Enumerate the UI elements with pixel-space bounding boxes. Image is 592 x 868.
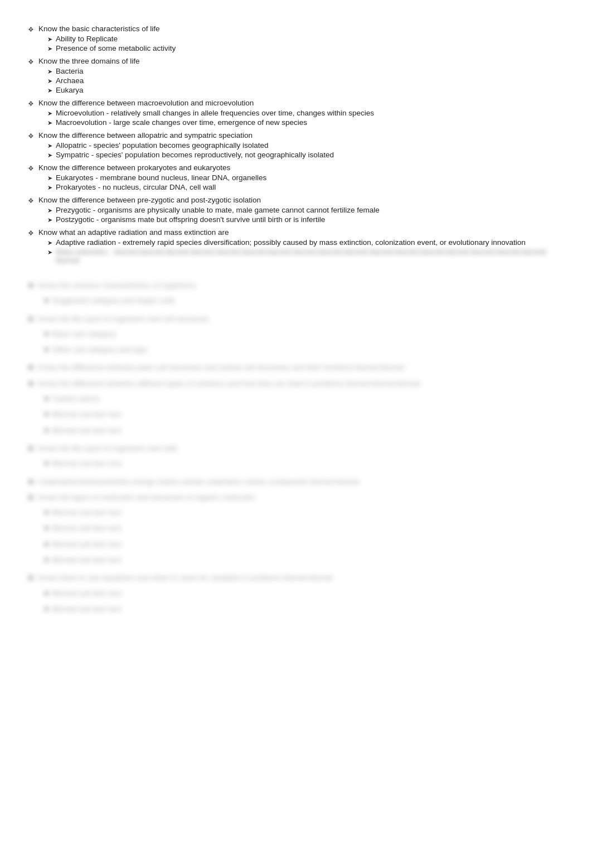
arrow-icon: ➤ [44,344,49,355]
blurred-sub-label: Blurred sub item text [52,602,122,616]
sub-item-label: Prezygotic - organisms are physically un… [56,206,380,214]
arrow-icon: ➤ [44,523,49,534]
list-item-label: Know the difference between prokaryotes … [38,163,230,172]
blurred-sub-item: ➤Blurred sub item text [44,602,570,616]
blurred-item-label: Know the types of molecules and structur… [38,493,255,501]
blurred-sub-label: Blurred sub item text [52,506,122,519]
blurred-sub-label: Suggested category and shape code [52,294,175,307]
diamond-icon: ❖ [28,314,34,326]
blurred-item-label: Understand photosynthesis energy chains … [38,478,359,486]
blurred-sub-label: Blurred sub item text [52,408,122,421]
sub-item-label: Ability to Replicate [56,35,118,43]
list-item: ❖Know the difference between prokaryotes… [28,163,570,192]
blurred-sub-label: Blurred sub item one [52,457,122,470]
blurred-sub-label: Other sub category and type [52,343,147,356]
diamond-icon: ❖ [28,443,34,455]
sub-list-item: ➤Sympatric - species' population becomes… [47,151,570,159]
blurred-sub-item: ➤Blurred sub item text [44,522,570,535]
diamond-icon: ❖ [28,476,34,489]
arrow-icon: ➤ [47,175,52,182]
blurred-list-item: ❖Know when to use equations and when to … [28,571,570,618]
sub-list-item: ➤Archaea [47,76,570,85]
blurred-sub-label: Blurred sub item text [52,587,122,600]
list-item-label: Know the difference between allopatric a… [38,131,253,139]
blurred-list-item: ❖Know the difference between plant cell … [28,361,570,374]
blurred-item-label: Know the common characteristics of organ… [38,281,196,290]
sub-item-label: Eukaryotes - membrane bound nucleus, lin… [56,173,266,182]
arrow-icon: ➤ [47,184,52,191]
blurred-sub-item: ➤Blurred sub item one [44,457,570,470]
sub-list-item: ➤Microevolution - relatively small chang… [47,109,570,117]
arrow-icon: ➤ [47,216,52,224]
arrow-icon: ➤ [44,539,49,550]
blurred-item-label: Know when to use equations and when to s… [38,573,333,582]
blurred-item-label: Know the difference between different ty… [38,379,420,388]
blurred-sub-label: Blurred sub item text [52,424,122,437]
blurred-sub-item: ➤Suggested category and shape code [44,294,570,307]
blurred-sub-item: ➤Blurred sub item text [44,553,570,567]
sub-list-item: ➤Mass extinction - blurred blurred blurr… [47,248,570,264]
list-item: ❖Know the basic characteristics of life➤… [28,25,570,54]
blurred-item-label: Know the life cycle of organisms and cel… [38,444,178,452]
sub-list-item: ➤Macroevolution - large scale changes ov… [47,118,570,127]
list-item-label: Know the three domains of life [38,57,140,65]
blurred-sub-label: Carbon atoms [52,392,100,406]
blurred-sub-item: ➤Blurred sub item text [44,408,570,421]
arrow-icon: ➤ [47,45,52,52]
blurred-sub-item: ➤Blurred sub item text [44,587,570,600]
sub-item-label: Allopatric - species' population becomes… [56,141,269,150]
diamond-icon: ❖ [28,362,34,374]
blurred-list-item: ❖Understand photosynthesis energy chains… [28,475,570,489]
sub-list-item: ➤Postzygotic - organisms mate but offspr… [47,215,570,224]
blurred-sub-label: Blurred sub item text [52,553,122,567]
sub-item-label: Microevolution - relatively small change… [56,109,374,117]
arrow-icon: ➤ [44,393,49,404]
sub-item-label: Presence of some metabolic activity [56,44,176,52]
blurred-list-item: ❖Know the common characteristics of orga… [28,279,570,310]
arrow-icon: ➤ [47,36,52,43]
diamond-icon: ❖ [28,100,34,108]
sub-list-item: ➤Eukarya [47,86,570,94]
list-item-label: Know the basic characteristics of life [38,25,160,33]
blurred-list-item: ❖Know the life cycle of organisms and ce… [28,442,570,473]
diamond-icon: ❖ [28,132,34,140]
list-item-label: Know the difference between pre-zygotic … [38,196,261,204]
blurred-sub-label: Basic sub category [52,327,116,341]
diamond-icon: ❖ [28,378,34,390]
arrow-icon: ➤ [44,295,49,306]
blurred-item-label: Know the life cycle of organisms and cel… [38,315,209,323]
arrow-icon: ➤ [47,119,52,127]
diamond-icon: ❖ [28,165,34,172]
sub-list-item: ➤Ability to Replicate [47,35,570,43]
sub-item-label: Adaptive radiation - extremely rapid spe… [56,238,526,247]
arrow-icon: ➤ [44,604,49,615]
arrow-icon: ➤ [44,588,49,599]
blurred-sub-item: ➤Blurred sub item text [44,538,570,551]
blurred-sub-item: ➤Blurred sub item text [44,506,570,519]
list-item: ❖Know the difference between allopatric … [28,131,570,160]
list-item: ❖Know the three domains of life➤Bacteria… [28,57,570,95]
blurred-sub-item: ➤Other sub category and type [44,343,570,356]
arrow-icon: ➤ [44,554,49,566]
sub-item-label: Eukarya [56,86,84,94]
blurred-sub-label: Blurred sub item text [52,538,122,551]
sub-list-item: ➤Eukaryotes - membrane bound nucleus, li… [47,173,570,182]
blurred-list-item: ❖Know the life cycle of organisms and ce… [28,312,570,359]
blurred-sub-item: ➤Blurred sub item text [44,424,570,437]
sub-list-item: ➤Bacteria [47,67,570,75]
sub-item-label: Archaea [56,76,84,85]
arrow-icon: ➤ [47,152,52,159]
blurred-list-item: ❖Know the difference between different t… [28,377,570,440]
arrow-icon: ➤ [47,142,52,150]
arrow-icon: ➤ [47,87,52,94]
sub-item-label: Postzygotic - organisms mate but offspri… [56,215,325,224]
list-item-label: Know the difference between macroevoluti… [38,99,254,107]
arrow-icon: ➤ [47,249,52,256]
main-list: ❖Know the basic characteristics of life➤… [22,25,570,266]
blurred-section: ❖Know the common characteristics of orga… [22,279,570,618]
arrow-icon: ➤ [47,68,52,75]
arrow-icon: ➤ [47,110,52,117]
arrow-icon: ➤ [44,409,49,420]
diamond-icon: ❖ [28,197,34,205]
arrow-icon: ➤ [44,507,49,518]
